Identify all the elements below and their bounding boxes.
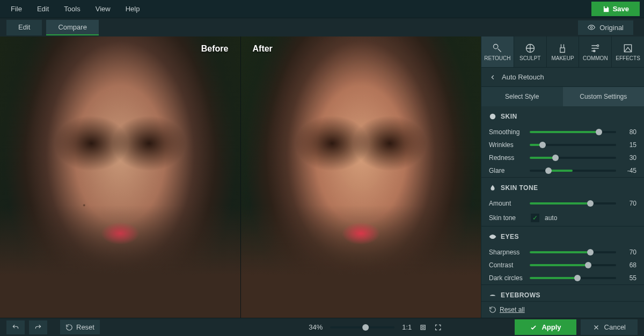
zoom-ratio-button[interactable]: 1:1 — [402, 323, 412, 331]
menu-help[interactable]: Help — [119, 2, 147, 16]
slider-track[interactable] — [530, 277, 616, 279]
slider-value: 15 — [620, 141, 636, 149]
svg-rect-9 — [421, 325, 425, 329]
slider-label: Redness — [489, 154, 525, 162]
menu-file[interactable]: File — [4, 2, 28, 16]
drop-icon — [489, 184, 496, 192]
skin-icon — [489, 113, 496, 120]
bottom-bar: Reset 34% 1:1 Apply Cancel — [0, 318, 644, 336]
skintone-auto-checkbox[interactable]: ✓ — [531, 214, 539, 222]
save-icon — [602, 5, 610, 13]
slider-label: Wrinkles — [489, 141, 525, 149]
before-label: Before — [201, 44, 229, 54]
reset-icon — [489, 306, 496, 313]
slider-label: Amount — [489, 200, 525, 207]
slider-skin-redness: Redness30 — [481, 151, 644, 164]
slider-track[interactable] — [530, 157, 616, 159]
tab-sculpt[interactable]: SCULPT — [514, 36, 547, 67]
menu-view[interactable]: View — [89, 2, 117, 16]
save-label: Save — [613, 5, 629, 13]
mode-compare-button[interactable]: Compare — [46, 20, 98, 35]
slider-label: Smoothing — [489, 128, 525, 136]
subtab-select-style[interactable]: Select Style — [481, 87, 563, 106]
svg-point-1 — [493, 44, 497, 48]
apply-button[interactable]: Apply — [515, 319, 576, 335]
slider-value: 80 — [620, 128, 636, 136]
undo-icon — [12, 324, 19, 331]
slider-track[interactable] — [530, 170, 616, 172]
after-image[interactable] — [241, 36, 481, 318]
slider-label: Sharpness — [489, 249, 525, 256]
subtab-custom-settings[interactable]: Custom Settings — [563, 87, 645, 106]
original-label: Original — [599, 24, 624, 32]
svg-point-3 — [597, 45, 599, 46]
after-label: After — [253, 44, 273, 54]
redo-button[interactable] — [29, 320, 47, 334]
zoom-percent: 34% — [309, 323, 323, 331]
tab-common[interactable]: COMMON — [579, 36, 612, 67]
svg-point-8 — [492, 236, 494, 238]
slider-value: 55 — [620, 274, 636, 282]
undo-button[interactable] — [6, 320, 25, 334]
cancel-button[interactable]: Cancel — [581, 319, 638, 335]
slider-track[interactable] — [530, 131, 616, 133]
slider-track[interactable] — [530, 264, 616, 266]
redo-icon — [34, 324, 42, 331]
toolbar: Edit Compare Original — [0, 18, 644, 36]
eye-icon — [588, 24, 595, 31]
reset-all-link[interactable]: Reset all — [500, 306, 525, 313]
menu-edit[interactable]: Edit — [31, 2, 55, 16]
skintone-label: Skin tone — [489, 214, 525, 222]
fullscreen-icon[interactable] — [434, 324, 442, 331]
sculpt-icon — [525, 43, 536, 54]
slider-eyes-contrast: Contrast68 — [481, 259, 644, 272]
slider-track[interactable] — [530, 251, 616, 253]
slider-value: 70 — [620, 249, 636, 256]
panel-title: Auto Retouch — [502, 73, 544, 81]
skintone-auto-text: auto — [545, 214, 557, 222]
eye-section-icon — [489, 233, 496, 240]
eyebrow-icon — [489, 291, 496, 299]
tab-effects[interactable]: EFFECTS — [612, 36, 644, 67]
section-eyebrows: EYEBROWS — [481, 284, 644, 301]
chevron-left-icon — [489, 74, 496, 81]
slider-eyes-dark-circles: Dark circles55 — [481, 272, 644, 284]
fit-icon[interactable] — [419, 324, 427, 331]
original-button[interactable]: Original — [578, 20, 633, 35]
before-image[interactable] — [0, 36, 240, 318]
after-pane: After — [240, 36, 481, 318]
slider-value: 70 — [620, 200, 636, 207]
section-eyes: EYES — [481, 226, 644, 246]
panel-header[interactable]: Auto Retouch — [481, 67, 644, 87]
tab-makeup[interactable]: MAKEUP — [547, 36, 580, 67]
reset-all-row: Reset all — [481, 301, 644, 318]
tab-retouch[interactable]: RETOUCH — [481, 36, 514, 67]
slider-label: Contrast — [489, 261, 525, 269]
slider-skintone-amount: Amount70 — [481, 197, 644, 210]
zoom-slider[interactable] — [330, 326, 394, 328]
slider-track[interactable] — [530, 202, 616, 204]
retouch-icon — [492, 43, 503, 54]
slider-eyes-sharpness: Sharpness70 — [481, 246, 644, 259]
check-icon — [530, 324, 537, 331]
reset-button[interactable]: Reset — [60, 320, 100, 334]
slider-label: Glare — [489, 167, 525, 174]
slider-track[interactable] — [530, 144, 616, 146]
before-pane: Before — [0, 36, 240, 318]
section-skin: SKIN — [481, 106, 644, 126]
slider-skin-glare: Glare-45 — [481, 164, 644, 177]
section-skintone: SKIN TONE — [481, 177, 644, 197]
menubar: File Edit Tools View Help Save — [0, 0, 644, 18]
slider-label: Dark circles — [489, 274, 525, 282]
close-icon — [592, 324, 600, 331]
common-icon — [590, 43, 601, 54]
mode-edit-button[interactable]: Edit — [6, 20, 42, 35]
canvas-compare: Before After — [0, 36, 481, 318]
makeup-icon — [557, 43, 568, 54]
svg-point-7 — [492, 115, 494, 118]
svg-point-0 — [590, 26, 592, 28]
menu-tools[interactable]: Tools — [57, 2, 86, 16]
controls-scroll[interactable]: SKIN Smoothing80Wrinkles15Redness30Glare… — [481, 106, 644, 301]
save-button[interactable]: Save — [591, 2, 640, 16]
slider-skin-smoothing: Smoothing80 — [481, 126, 644, 138]
